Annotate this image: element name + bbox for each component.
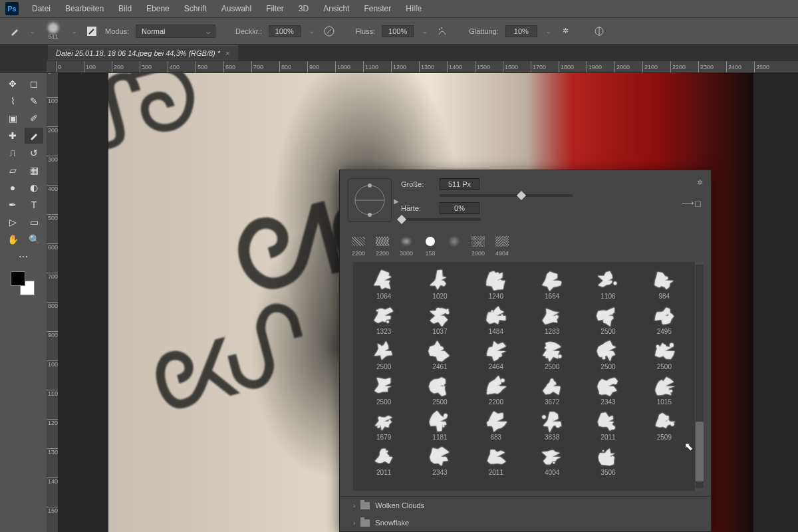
scrollbar-thumb[interactable] [696,422,704,481]
brush-preset[interactable]: 3506 [580,444,636,479]
recent-brush[interactable]: 158 [420,234,441,257]
scrollbar[interactable] [695,262,704,491]
ruler-horizontal[interactable]: 2001000100200300400500600700800900100011… [47,61,798,73]
chevron-down-icon[interactable]: ⌵ [544,28,553,35]
brush-preset[interactable]: 1106 [580,267,636,303]
brush-preset[interactable]: 2343 [412,444,467,479]
brush-panel-toggle-icon[interactable] [85,25,98,38]
move-tool[interactable]: ✥ [3,76,22,92]
menu-bild[interactable]: Bild [112,1,138,16]
opacity-input[interactable]: 100% [269,25,301,37]
brush-folder[interactable]: ›Snowflake [340,514,711,531]
brush-preset[interactable]: 1064 [356,267,412,303]
dodge-tool[interactable]: ◐ [25,180,43,196]
snap-panel-icon[interactable]: ⟶◻ [682,198,702,208]
pen-tool[interactable]: ✒ [3,197,22,213]
brush-preset[interactable]: 984 [636,267,692,303]
menu-datei[interactable]: Datei [25,1,57,16]
pressure-opacity-icon[interactable] [323,25,336,38]
brush-preset[interactable]: 1015 [636,373,692,408]
menu-bearbeiten[interactable]: Bearbeiten [59,1,110,16]
close-icon[interactable]: × [225,49,229,57]
recent-brush[interactable]: 4904 [491,234,513,257]
brush-preset[interactable]: 2011 [468,444,524,479]
brush-preset[interactable]: 2500 [412,373,467,408]
brush-preset[interactable]: 2500 [524,338,580,373]
color-swatch[interactable] [11,271,35,295]
brush-preset[interactable]: 2500 [356,338,412,373]
chevron-down-icon[interactable]: ⌵ [420,28,429,35]
brush-preset[interactable]: 2500 [580,338,636,373]
eyedropper-tool[interactable]: ✐ [25,110,43,126]
gear-icon[interactable]: ✲ [697,178,703,187]
recent-brush[interactable]: 2000 [467,234,489,257]
zoom-tool[interactable]: 🔍 [25,231,43,247]
stamp-tool[interactable]: ⎍ [3,145,22,161]
type-tool[interactable]: T [25,197,43,213]
brush-preset[interactable]: 2011 [580,408,636,444]
smoothing-input[interactable]: 10% [505,25,537,37]
size-slider[interactable] [440,194,573,197]
brush-preset[interactable]: 2500 [356,373,412,408]
brush-preset[interactable]: 2461 [412,338,467,373]
brush-angle-control[interactable]: ▶ [348,178,392,222]
chevron-down-icon[interactable]: ⌵ [307,28,316,35]
brush-preset[interactable]: 1283 [524,303,580,338]
gear-icon[interactable]: ✲ [559,25,573,38]
history-brush-tool[interactable]: ↺ [25,145,43,161]
recent-brush[interactable] [444,234,465,257]
brush-preset[interactable]: 2343 [580,373,636,408]
brush-preset[interactable]: 2011 [356,444,412,479]
flow-input[interactable]: 100% [382,25,414,37]
quick-select-tool[interactable]: ✎ [25,93,43,109]
blend-mode-select[interactable]: Normal [136,25,215,38]
brush-preset[interactable]: 2464 [468,338,524,373]
marquee-tool[interactable]: ◻ [25,76,43,92]
brush-preset[interactable]: 2500 [580,303,636,338]
brush-preset[interactable]: 3838 [524,408,580,444]
eraser-tool[interactable]: ▱ [3,162,22,178]
path-select-tool[interactable]: ▷ [3,214,22,230]
menu-filter[interactable]: Filter [259,1,291,16]
brush-preset[interactable]: 683 [468,408,524,444]
foreground-color[interactable] [11,271,25,286]
brush-preset[interactable]: 1020 [412,267,467,303]
brush-preset[interactable]: 3672 [524,373,580,408]
brush-preset[interactable]: 2500 [636,338,692,373]
brush-preset[interactable]: 2495 [636,303,692,338]
brush-preview[interactable]: 511 [43,21,63,41]
menu-ebene[interactable]: Ebene [140,1,176,16]
shape-tool[interactable]: ▭ [25,214,43,230]
lasso-tool[interactable]: ⌇ [3,93,22,109]
recent-brush[interactable]: 2200 [348,234,369,257]
menu-3d[interactable]: 3D [292,1,315,16]
hardness-slider[interactable] [401,218,481,221]
size-input[interactable]: 511 Px [440,178,479,190]
menu-schrift[interactable]: Schrift [178,1,213,16]
chevron-down-icon[interactable]: ⌵ [70,28,78,35]
brush-preset[interactable]: 1679 [356,408,412,444]
brush-preset[interactable]: 1484 [468,303,524,338]
brush-folder[interactable]: ›Wolken Clouds [340,497,711,514]
ruler-vertical[interactable]: 0100200300400500600700800900100011001200… [47,73,59,532]
brush-preset[interactable]: 2509 [636,408,692,444]
symmetry-icon[interactable] [593,25,606,38]
hand-tool[interactable]: ✋ [3,231,22,247]
brush-tool[interactable] [25,128,43,144]
hardness-input[interactable]: 0% [440,202,479,214]
airbrush-icon[interactable] [436,25,449,38]
healing-tool[interactable]: ✚ [3,128,22,144]
arrow-right-icon[interactable]: ▶ [394,198,399,205]
tool-preset-icon[interactable] [8,25,21,38]
crop-tool[interactable]: ▣ [3,110,22,126]
chevron-down-icon[interactable]: ⌵ [28,28,37,35]
brush-grid[interactable]: 1064102012401664110698413231037148412832… [353,262,695,491]
more-tools[interactable]: ⋯ [14,249,33,265]
recent-brush[interactable]: 2200 [372,234,393,257]
menu-fenster[interactable]: Fenster [358,1,398,16]
brush-preset[interactable]: 1323 [356,303,412,338]
brush-preset[interactable]: 2200 [468,373,524,408]
brush-preset[interactable]: 4004 [524,444,580,479]
brush-preset[interactable]: 1181 [412,408,467,444]
recent-brush[interactable]: 3000 [396,234,417,257]
